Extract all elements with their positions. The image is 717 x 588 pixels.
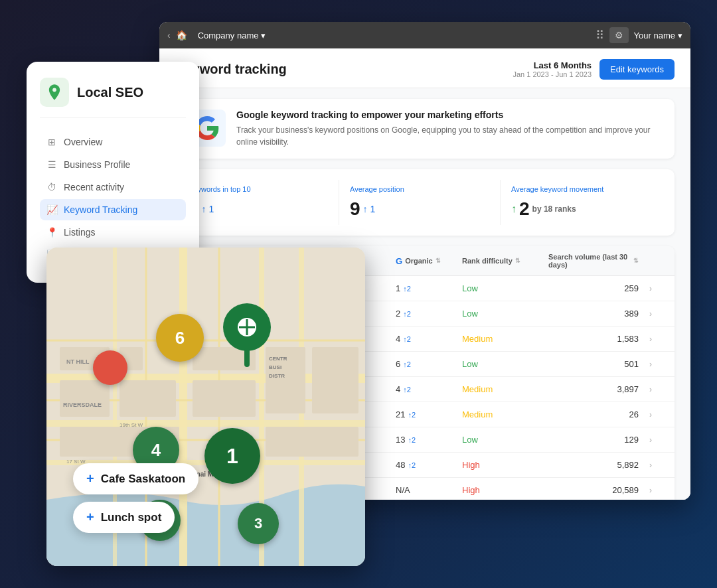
sidebar-item-overview[interactable]: ⊞ Overview (40, 131, 186, 153)
organic-cell: N/A (388, 478, 454, 500)
trending-icon: 📈 (46, 204, 57, 215)
stat-avg-position: Average position 9 ↑ 1 (339, 180, 501, 225)
plus-icon: + (86, 510, 94, 525)
date-range-label: Last 6 Months (513, 60, 592, 70)
difficulty-cell: Low (454, 352, 540, 376)
expand-button[interactable]: › (647, 433, 667, 447)
volume-cell: 3,897 (540, 377, 647, 402)
organic-cell: 6↑2 (388, 352, 454, 376)
volume-cell: 129 (540, 427, 647, 452)
volume-cell: 501 (540, 352, 647, 376)
expand-button[interactable]: › (647, 281, 667, 296)
lunch-popup-card[interactable]: + Lunch spot (73, 502, 175, 533)
organic-cell: 1 ↑2 (388, 276, 454, 301)
volume-cell: 259 (540, 276, 647, 301)
date-range-sub: Jan 1 2023 - Jun 1 2023 (513, 70, 592, 78)
home-icon[interactable]: 🏠 (176, 30, 187, 40)
sidebar-item-recent-activity[interactable]: ⏱ Recent activity (40, 177, 186, 198)
pin-red (93, 350, 127, 385)
pin-3: 3 (238, 503, 279, 544)
back-button[interactable]: ‹ (167, 30, 171, 40)
svg-rect-19 (193, 380, 256, 417)
svg-rect-17 (60, 380, 110, 417)
col-volume: Search volume (last 30 days) ⇅ (540, 246, 647, 275)
stat-value-keywords: 5 ↑ 1 (189, 198, 328, 220)
organic-cell: 21↑2 (388, 402, 454, 427)
sidebar-item-keyword-tracking[interactable]: 📈 Keyword Tracking (40, 199, 186, 220)
difficulty-cell: Low (454, 301, 540, 326)
promo-text: Google keyword tracking to empower your … (236, 110, 661, 148)
stat-keywords-top10: Keywords in top 10 5 ↑ 1 (189, 180, 339, 225)
difficulty-cell: Low (454, 427, 540, 452)
svg-text:NT HILL: NT HILL (66, 358, 90, 365)
svg-rect-23 (266, 427, 358, 457)
expand-button[interactable]: › (647, 407, 667, 422)
doc-icon: ☰ (46, 159, 57, 170)
volume-cell: 389 (540, 301, 647, 326)
main-map-pin (220, 301, 274, 370)
logo-area: Local SEO (40, 78, 186, 118)
difficulty-cell: High (454, 478, 540, 500)
stat-avg-movement: Average keyword movement ↑ 2 by 18 ranks (501, 180, 661, 225)
pin-1: 1 (204, 428, 260, 484)
stats-card: Keywords in top 10 5 ↑ 1 Average positio… (175, 169, 675, 236)
svg-text:DISTR: DISTR (269, 373, 285, 379)
expand-button[interactable]: › (647, 382, 667, 397)
apps-grid-icon[interactable]: ⠿ (596, 28, 604, 42)
organic-cell: 4↑2 (388, 377, 454, 402)
pin-icon: 📍 (46, 227, 57, 238)
map-overlay: NT HILL RIVERSDALE CENTR BUSI DISTR Rema… (46, 248, 365, 566)
stat-value-movement: ↑ 2 by 18 ranks (511, 198, 651, 220)
plus-icon: + (86, 471, 94, 486)
sidebar-item-business-profile[interactable]: ☰ Business Profile (40, 154, 186, 175)
logo-text: Local SEO (77, 85, 143, 100)
svg-rect-21 (312, 347, 358, 413)
svg-rect-3 (46, 420, 365, 427)
date-range-selector[interactable]: Last 6 Months Jan 1 2023 - Jun 1 2023 (513, 60, 592, 78)
col-expand (647, 246, 667, 275)
organic-cell: 48↑2 (388, 453, 454, 477)
difficulty-cell: Low (454, 276, 540, 301)
volume-cell: 26 (540, 402, 647, 427)
organic-cell: 2 ↑2 (388, 301, 454, 326)
stat-value-position: 9 ↑ 1 (350, 198, 489, 220)
svg-text:19th St W: 19th St W (120, 422, 143, 428)
page-header: Keyword tracking Last 6 Months Jan 1 202… (159, 48, 690, 88)
edit-keywords-button[interactable]: Edit keywords (599, 59, 675, 80)
expand-button[interactable]: › (647, 307, 667, 321)
svg-rect-18 (120, 380, 176, 417)
page-title: Keyword tracking (175, 62, 513, 77)
organic-cell: 4↑2 (388, 327, 454, 351)
clock-icon: ⏱ (46, 182, 57, 192)
logo-icon (40, 78, 69, 107)
volume-cell: 1,583 (540, 327, 647, 351)
company-selector[interactable]: Company name ▾ (198, 31, 266, 40)
expand-button[interactable]: › (647, 357, 667, 372)
col-difficulty: Rank difficulty ⇅ (454, 246, 540, 275)
cafe-popup-card[interactable]: + Cafe Saskatoon (73, 463, 199, 494)
organic-cell: 13↑2 (388, 427, 454, 452)
pin-6: 6 (156, 314, 204, 362)
volume-cell: 20,589 (540, 478, 647, 500)
difficulty-cell: Medium (454, 327, 540, 351)
col-organic: G Organic ⇅ (388, 246, 454, 275)
difficulty-cell: Medium (454, 402, 540, 427)
app-header: ‹ 🏠 Company name ▾ ⠿ ⚙ Your name ▾ (159, 22, 690, 48)
promo-card: Google keyword tracking to empower your … (175, 99, 675, 159)
grid-icon: ⊞ (46, 137, 57, 147)
expand-button[interactable]: › (647, 458, 667, 473)
user-menu[interactable]: Your name ▾ (634, 31, 682, 40)
expand-button[interactable]: › (647, 332, 667, 346)
svg-text:RIVERSDALE: RIVERSDALE (63, 402, 102, 408)
sidebar-item-listings[interactable]: 📍 Listings (40, 222, 186, 243)
difficulty-cell: High (454, 453, 540, 477)
volume-cell: 5,892 (540, 453, 647, 477)
expand-button[interactable]: › (647, 483, 667, 498)
settings-icon[interactable]: ⚙ (609, 27, 629, 43)
difficulty-cell: Medium (454, 377, 540, 402)
map-background: NT HILL RIVERSDALE CENTR BUSI DISTR Rema… (46, 248, 365, 566)
